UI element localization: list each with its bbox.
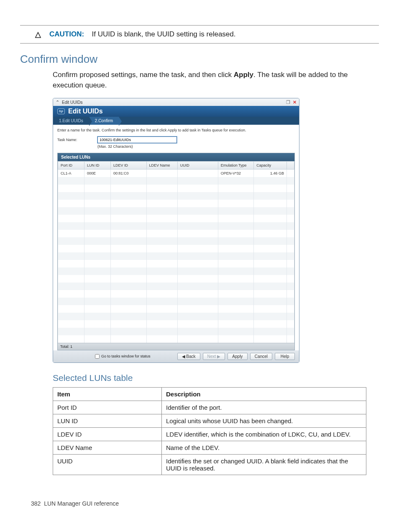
- col-emulation[interactable]: Emulation Type: [218, 162, 254, 170]
- section-heading: Confirm window: [20, 53, 379, 66]
- cell-ldev_name: [146, 170, 177, 177]
- table-row-empty: [58, 275, 294, 283]
- table-row-empty: [58, 313, 294, 320]
- back-button[interactable]: ◀ Back: [177, 353, 200, 360]
- table-row-empty: [58, 298, 294, 305]
- next-button: Next ▶: [203, 353, 225, 360]
- help-button[interactable]: Help: [275, 353, 295, 360]
- col-port-id[interactable]: Port ID: [58, 162, 84, 170]
- desc-text: Logical units whose UUID has been change…: [162, 414, 366, 427]
- col-ldev-name[interactable]: LDEV Name: [146, 162, 177, 170]
- desc-row: LDEV NameName of the LDEV.: [53, 441, 366, 454]
- desc-row: Port IDIdentifier of the port.: [53, 401, 366, 414]
- table-row-empty: [58, 177, 294, 185]
- table-row-empty: [58, 283, 294, 290]
- cell-lun_id: 000E: [84, 170, 111, 177]
- table-row-empty: [58, 335, 294, 343]
- desc-text: Identifies the set or changed UUID. A bl…: [162, 454, 366, 475]
- page-footer: 382 LUN Manager GUI reference: [31, 500, 379, 507]
- go-to-tasks-checkbox-input[interactable]: [95, 354, 100, 359]
- table-row-empty: [58, 305, 294, 313]
- warning-icon: △: [35, 30, 43, 39]
- col-lun-id[interactable]: LUN ID: [84, 162, 111, 170]
- table-row-empty: [58, 320, 294, 328]
- table-row-empty: [58, 260, 294, 267]
- selected-luns-table-heading: Selected LUNs table: [53, 373, 379, 383]
- task-name-input[interactable]: [97, 136, 177, 143]
- desc-row: UUIDIdentifies the set or changed UUID. …: [53, 454, 366, 475]
- dialog-footer: Go to tasks window for status ◀ Back Nex…: [53, 350, 299, 362]
- cell-capacity: 1.46 GB: [254, 170, 287, 177]
- table-row-empty: [58, 207, 294, 215]
- table-row-empty: [58, 290, 294, 298]
- desc-row: LDEV IDLDEV identifier, which is the com…: [53, 427, 366, 441]
- wizard-step-1[interactable]: 1.Edit UUIDs: [53, 117, 89, 125]
- cancel-button[interactable]: Cancel: [250, 353, 272, 360]
- description-table: Item Description Port IDIdentifier of th…: [53, 387, 366, 475]
- dialog-titlebar: hp Edit UUIDs: [53, 106, 299, 117]
- col-uuid[interactable]: UUID: [177, 162, 218, 170]
- luns-total: Total: 1: [58, 343, 294, 350]
- cell-port_id: CL1-A: [58, 170, 84, 177]
- caution-bar: △ CAUTION: If UUID is blank, the UUID se…: [20, 25, 379, 44]
- table-row-empty: [58, 267, 294, 275]
- hp-logo-icon: hp: [57, 108, 65, 114]
- table-row-empty: [58, 222, 294, 230]
- selected-luns-heading: Selected LUNs: [58, 153, 294, 161]
- go-to-tasks-checkbox[interactable]: Go to tasks window for status: [95, 354, 151, 359]
- restore-icon[interactable]: ❐: [286, 100, 290, 105]
- task-name-hint: (Max. 32 Characters): [97, 144, 177, 149]
- desc-item: Port ID: [53, 401, 162, 414]
- dialog-instruction: Enter a name for the task. Confirm the s…: [53, 125, 299, 136]
- close-icon[interactable]: ✕: [293, 100, 297, 105]
- table-row-empty: [58, 200, 294, 207]
- table-row-empty: [58, 252, 294, 260]
- wizard-steps: 1.Edit UUIDs 2.Confirm: [53, 117, 299, 125]
- selected-luns-table: Port ID LUN ID LDEV ID LDEV Name UUID Em…: [58, 161, 294, 343]
- caution-label: CAUTION:: [49, 30, 84, 38]
- dialog-outer-title: Edit UUIDs: [62, 100, 82, 105]
- desc-col-item: Item: [53, 387, 162, 401]
- desc-text: Identifier of the port.: [162, 401, 366, 414]
- cell-emulation: OPEN-V*32: [218, 170, 254, 177]
- table-row-empty: [58, 237, 294, 245]
- cell-ldev_id: 00:81:C0: [111, 170, 147, 177]
- apply-button[interactable]: Apply: [228, 353, 248, 360]
- desc-item: LDEV Name: [53, 441, 162, 454]
- table-row-empty: [58, 230, 294, 237]
- edit-uuids-dialog: ⌃ Edit UUIDs ❐ ✕ hp Edit UUIDs 1.Edit UU…: [53, 98, 299, 363]
- col-capacity[interactable]: Capacity: [254, 162, 287, 170]
- table-row-empty: [58, 245, 294, 252]
- table-row-empty: [58, 185, 294, 192]
- task-name-label: Task Name:: [57, 136, 92, 142]
- cell-uuid: [177, 170, 218, 177]
- section-body: Confirm proposed settings, name the task…: [53, 70, 379, 90]
- wizard-step-2[interactable]: 2.Confirm: [89, 117, 119, 125]
- col-spacer: [286, 162, 294, 170]
- desc-row: LUN IDLogical units whose UUID has been …: [53, 414, 366, 427]
- table-header-row: Port ID LUN ID LDEV ID LDEV Name UUID Em…: [58, 162, 294, 170]
- col-ldev-id[interactable]: LDEV ID: [111, 162, 147, 170]
- table-row-empty: [58, 215, 294, 222]
- desc-text: LDEV identifier, which is the combinatio…: [162, 427, 366, 441]
- desc-item: LDEV ID: [53, 427, 162, 441]
- desc-item: UUID: [53, 454, 162, 475]
- table-row-empty: [58, 192, 294, 200]
- table-row-empty: [58, 328, 294, 335]
- dialog-title: Edit UUIDs: [68, 108, 103, 115]
- table-row[interactable]: CL1-A000E00:81:C0OPEN-V*321.46 GB: [58, 170, 294, 177]
- dialog-outer-titlebar: ⌃ Edit UUIDs ❐ ✕: [53, 98, 299, 106]
- desc-text: Name of the LDEV.: [162, 441, 366, 454]
- desc-col-description: Description: [162, 387, 366, 401]
- caution-text: If UUID is blank, the UUID setting is re…: [92, 30, 236, 38]
- collapse-icon[interactable]: ⌃: [56, 100, 59, 105]
- desc-item: LUN ID: [53, 414, 162, 427]
